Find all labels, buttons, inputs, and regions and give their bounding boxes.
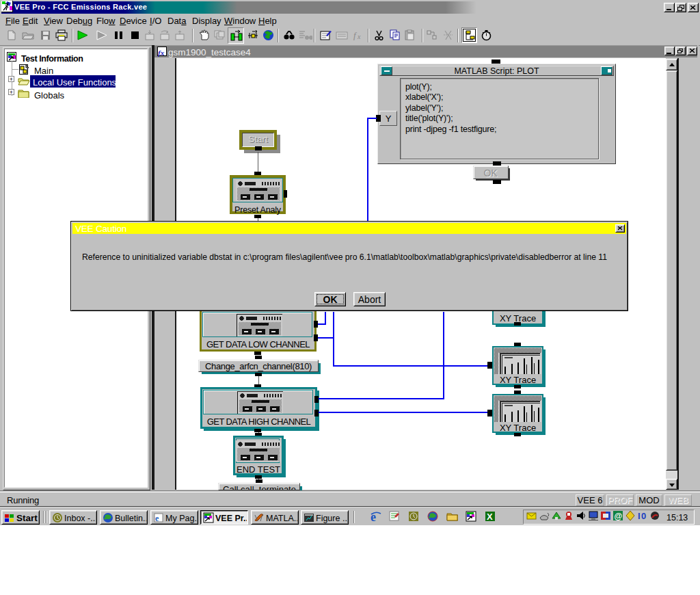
svg-text:e: e xyxy=(155,514,159,523)
svg-text:X: X xyxy=(487,512,493,522)
svg-text:@: @ xyxy=(615,512,623,521)
svg-text:0: 0 xyxy=(641,511,646,521)
svg-text:fx: fx xyxy=(158,49,165,57)
svg-text:I: I xyxy=(638,511,641,521)
svg-text:x: x xyxy=(357,33,361,40)
